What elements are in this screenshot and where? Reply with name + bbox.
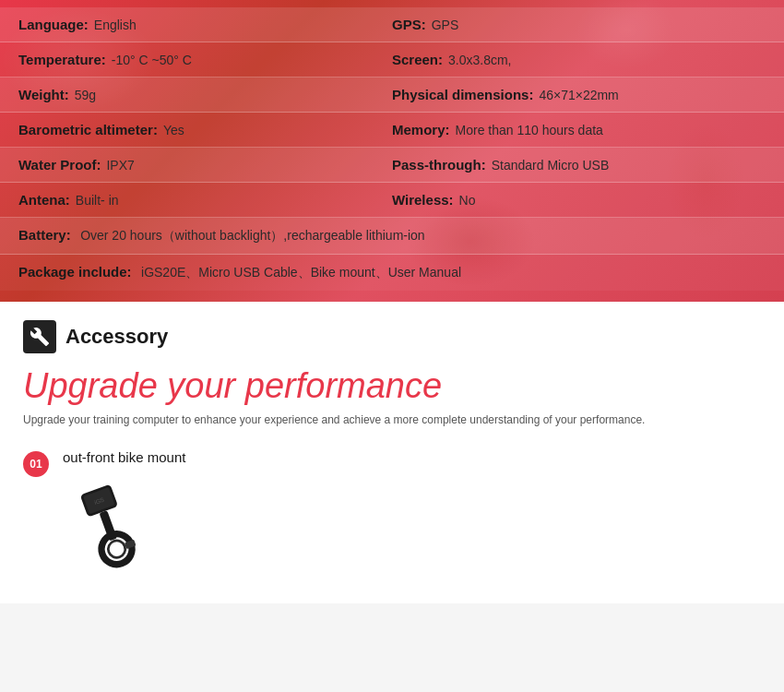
specs-col-right-2: Physical dimensions: 46×71×22mm: [392, 87, 766, 102]
product-number: 01: [23, 451, 49, 477]
specs-col-right-1: Screen: 3.0x3.8cm,: [392, 52, 766, 67]
specs-row-1: Temperature: -10° C ~50° C Screen: 3.0x3…: [0, 42, 784, 78]
spec-label-right-1: Screen:: [392, 52, 443, 67]
spec-label-left-3: Barometric altimeter:: [18, 122, 158, 137]
specs-col-left-3: Barometric altimeter: Yes: [18, 122, 392, 137]
specs-col-right-0: GPS: GPS: [392, 17, 766, 32]
svg-point-5: [106, 538, 127, 559]
product-item: 01 out-front bike mount iGS: [23, 449, 761, 576]
specs-col-left-2: Weight: 59g: [18, 87, 392, 102]
spec-value-left-2: 59g: [75, 88, 96, 102]
accessory-header: Accessory: [23, 320, 761, 353]
specs-col-right-3: Memory: More than 110 hours data: [392, 122, 766, 137]
spec-label-right-3: Memory:: [392, 122, 450, 137]
spec-value-right-0: GPS: [432, 18, 459, 32]
specs-row-4: Water Proof: IPX7 Pass-through: Standard…: [0, 148, 784, 183]
spec-label-left-0: Language:: [18, 17, 89, 32]
spec-label-left-1: Temperature:: [18, 52, 106, 67]
specs-col-left-1: Temperature: -10° C ~50° C: [18, 52, 392, 67]
spec-value-7: iGS20E、Micro USB Cable、Bike mount、User M…: [141, 265, 461, 280]
spec-label-left-4: Water Proof:: [18, 157, 101, 173]
spec-value-right-3: More than 110 hours data: [456, 123, 603, 137]
specs-row-2: Weight: 59g Physical dimensions: 46×71×2…: [0, 78, 784, 113]
bike-mount-image: iGS: [63, 474, 155, 576]
wrench-icon: [23, 320, 56, 353]
upgrade-headline: Upgrade your performance: [23, 367, 761, 406]
spec-value-left-0: English: [94, 18, 137, 32]
spec-value-left-3: Yes: [163, 123, 184, 137]
accessory-title: Accessory: [65, 325, 168, 349]
spec-value-left-4: IPX7: [106, 158, 134, 173]
spec-value-left-1: -10° C ~50° C: [112, 53, 192, 67]
specs-row-5: Antena: Built- in Wireless: No: [0, 183, 784, 218]
specs-col-left-5: Antena: Built- in: [18, 192, 392, 208]
spec-value-right-5: No: [459, 193, 476, 208]
spec-value-right-4: Standard Micro USB: [492, 158, 610, 173]
spec-value-6: Over 20 hours（without backlight）,recharg…: [80, 228, 425, 243]
spec-value-right-2: 46×71×22mm: [539, 88, 618, 102]
spec-label-right-4: Pass-through:: [392, 157, 486, 173]
spec-label-left-5: Antena:: [18, 192, 70, 208]
specs-row-7: Package include: iGS20E、Micro USB Cable、…: [0, 255, 784, 291]
product-name: out-front bike mount: [63, 449, 185, 465]
upgrade-subtitle: Upgrade your training computer to enhanc…: [23, 413, 761, 426]
product-info: out-front bike mount iGS: [63, 449, 185, 576]
svg-point-4: [97, 530, 136, 568]
spec-label-6: Battery:: [18, 227, 71, 243]
spec-value-left-5: Built- in: [76, 193, 119, 208]
specs-row-0: Language: English GPS: GPS: [0, 7, 784, 42]
spec-label-right-2: Physical dimensions:: [392, 87, 533, 102]
spec-label-right-5: Wireless:: [392, 192, 454, 208]
specs-section: Language: English GPS: GPS Temperature: …: [0, 0, 784, 302]
specs-row-3: Barometric altimeter: Yes Memory: More t…: [0, 113, 784, 148]
specs-col-left-0: Language: English: [18, 17, 392, 32]
specs-col-left-4: Water Proof: IPX7: [18, 157, 392, 173]
spec-label-7: Package include:: [18, 264, 132, 280]
spec-label-right-0: GPS:: [392, 17, 426, 32]
spec-label-left-2: Weight:: [18, 87, 69, 102]
specs-row-6: Battery: Over 20 hours（without backlight…: [0, 218, 784, 255]
accessory-section: Accessory Upgrade your performance Upgra…: [0, 302, 784, 603]
specs-col-right-5: Wireless: No: [392, 192, 766, 208]
spec-value-right-1: 3.0x3.8cm,: [448, 53, 511, 67]
specs-col-right-4: Pass-through: Standard Micro USB: [392, 157, 766, 173]
